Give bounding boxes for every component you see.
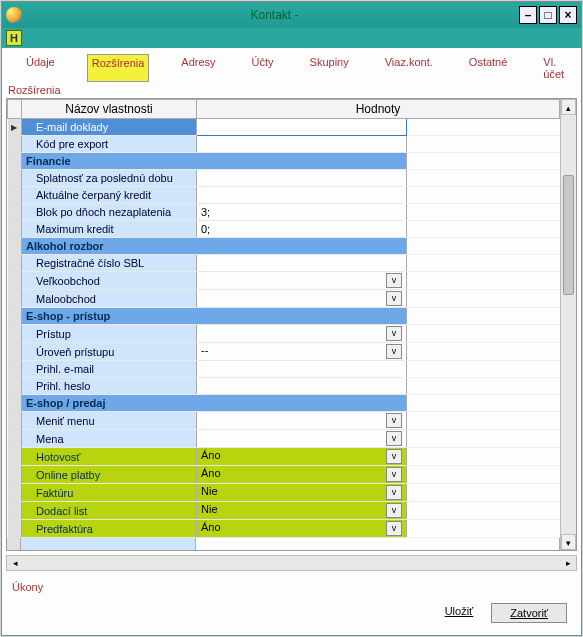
property-name[interactable]: Meniť menu (22, 412, 197, 430)
group-label[interactable]: Alkohol rozbor (22, 238, 407, 255)
property-row[interactable]: Prihl. e-mail (8, 361, 560, 378)
tab-rozsirenia[interactable]: Rozšírenia (87, 54, 150, 82)
property-name[interactable]: Mena (22, 430, 197, 448)
row-selector[interactable] (8, 378, 22, 395)
property-value[interactable]: Ánov (197, 520, 407, 538)
row-selector[interactable] (8, 430, 22, 448)
property-value[interactable]: 0; (197, 221, 407, 238)
tab-vlucet[interactable]: Vl. účet (539, 54, 568, 82)
row-selector[interactable] (8, 290, 22, 308)
property-row[interactable]: Prístupv (8, 325, 560, 343)
property-row[interactable]: Meniť menuv (8, 412, 560, 430)
property-name[interactable]: Predfaktúra (22, 520, 197, 538)
scroll-right-icon[interactable]: ▸ (560, 556, 576, 570)
chevron-down-icon[interactable]: v (386, 413, 402, 428)
chevron-down-icon[interactable]: v (386, 291, 402, 306)
property-row[interactable]: Veľkoobchodv (8, 272, 560, 290)
scroll-thumb[interactable] (563, 175, 574, 295)
chevron-down-icon[interactable]: v (386, 503, 402, 518)
property-name[interactable]: Veľkoobchod (22, 272, 197, 290)
property-value[interactable] (197, 187, 407, 204)
row-selector[interactable] (8, 238, 22, 255)
property-row[interactable]: Úroveň prístupu--v (8, 343, 560, 361)
scroll-down-icon[interactable]: ▾ (561, 534, 576, 550)
chevron-down-icon[interactable]: v (386, 467, 402, 482)
property-value[interactable]: v (197, 430, 407, 448)
property-value[interactable] (197, 119, 407, 136)
property-row[interactable]: Prihl. heslo (8, 378, 560, 395)
actions-link[interactable]: Úkony (12, 581, 573, 593)
row-selector[interactable] (8, 255, 22, 272)
row-selector[interactable] (8, 153, 22, 170)
property-name[interactable]: Faktúru (22, 484, 197, 502)
property-row[interactable]: Registračné číslo SBL (8, 255, 560, 272)
col-header-name[interactable]: Názov vlastnosti (22, 100, 197, 119)
property-row[interactable]: Maloobchodv (8, 290, 560, 308)
property-value[interactable]: Niev (197, 484, 407, 502)
chevron-down-icon[interactable]: v (386, 449, 402, 464)
property-row[interactable]: Dodací listNiev (8, 502, 560, 520)
row-selector[interactable] (8, 119, 22, 136)
row-selector[interactable] (8, 221, 22, 238)
row-selector[interactable] (8, 170, 22, 187)
property-name[interactable]: Prihl. heslo (22, 378, 197, 395)
maximize-button[interactable]: □ (539, 6, 557, 24)
property-value[interactable]: --v (197, 343, 407, 361)
tab-viazkont[interactable]: Viaz.kont. (381, 54, 437, 82)
property-name[interactable]: Dodací list (22, 502, 197, 520)
property-name[interactable]: Splatnosť za poslednú dobu (22, 170, 197, 187)
property-value[interactable]: Ánov (197, 466, 407, 484)
property-value[interactable]: v (197, 272, 407, 290)
property-value[interactable] (197, 255, 407, 272)
col-header-value[interactable]: Hodnoty (197, 100, 560, 119)
row-selector[interactable] (8, 361, 22, 378)
property-row[interactable]: Online platbyÁnov (8, 466, 560, 484)
row-selector[interactable] (8, 308, 22, 325)
minimize-button[interactable]: – (519, 6, 537, 24)
property-row[interactable]: PredfaktúraÁnov (8, 520, 560, 538)
property-value[interactable]: Ánov (197, 448, 407, 466)
group-row[interactable]: E-shop / predaj (8, 395, 560, 412)
group-row[interactable]: E-shop - prístup (8, 308, 560, 325)
property-row[interactable]: FaktúruNiev (8, 484, 560, 502)
tab-adresy[interactable]: Adresy (177, 54, 219, 82)
save-button[interactable]: Uložiť (439, 603, 480, 623)
row-selector[interactable] (8, 325, 22, 343)
property-name[interactable]: Maximum kredit (22, 221, 197, 238)
tab-skupiny[interactable]: Skupiny (306, 54, 353, 82)
group-row[interactable]: Alkohol rozbor (8, 238, 560, 255)
property-row[interactable]: Maximum kredit0; (8, 221, 560, 238)
group-label[interactable]: E-shop - prístup (22, 308, 407, 325)
chevron-down-icon[interactable]: v (386, 344, 402, 359)
property-name[interactable]: Prihl. e-mail (22, 361, 197, 378)
chevron-down-icon[interactable]: v (386, 521, 402, 536)
scroll-left-icon[interactable]: ◂ (7, 556, 23, 570)
row-selector[interactable] (8, 520, 22, 538)
group-label[interactable]: Financie (22, 153, 407, 170)
tab-ucty[interactable]: Účty (248, 54, 278, 82)
property-row[interactable]: Blok po dňoch nezaplatenia3; (8, 204, 560, 221)
property-row[interactable]: Kód pre export (8, 136, 560, 153)
row-selector[interactable] (8, 204, 22, 221)
group-label[interactable]: E-shop / predaj (22, 395, 407, 412)
property-value[interactable]: v (197, 412, 407, 430)
close-window-button[interactable]: × (559, 6, 577, 24)
property-name[interactable]: Blok po dňoch nezaplatenia (22, 204, 197, 221)
property-value[interactable] (197, 136, 407, 153)
property-name[interactable]: Hotovosť (22, 448, 197, 466)
titlebar[interactable]: Kontakt - – □ × (2, 2, 581, 28)
property-name[interactable]: Registračné číslo SBL (22, 255, 197, 272)
row-selector[interactable] (8, 272, 22, 290)
property-value[interactable]: Niev (197, 502, 407, 520)
property-value[interactable]: v (197, 290, 407, 308)
property-name[interactable]: Kód pre export (22, 136, 197, 153)
vertical-scrollbar[interactable]: ▴ ▾ (560, 99, 576, 550)
property-value[interactable] (197, 361, 407, 378)
property-name[interactable]: E-mail doklady (22, 119, 197, 136)
property-row[interactable]: Splatnosť za poslednú dobu (8, 170, 560, 187)
chevron-down-icon[interactable]: v (386, 273, 402, 288)
row-selector[interactable] (8, 136, 22, 153)
close-button[interactable]: Zatvoriť (491, 603, 567, 623)
chevron-down-icon[interactable]: v (386, 485, 402, 500)
group-row[interactable]: Financie (8, 153, 560, 170)
